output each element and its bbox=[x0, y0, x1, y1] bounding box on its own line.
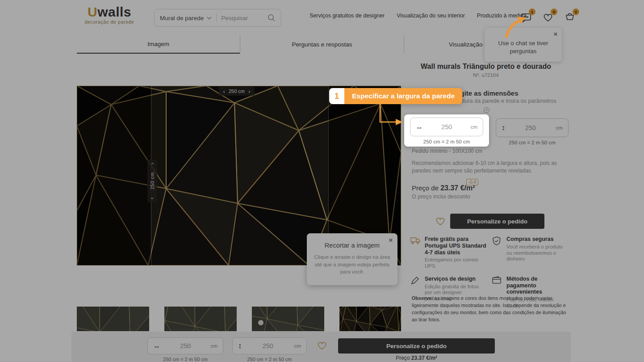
height-unit: cm bbox=[294, 343, 301, 349]
chat-badge: 1 bbox=[529, 8, 535, 15]
price-row: -0,4 Preço de 23.37 €/m² O preço inclui … bbox=[412, 184, 475, 200]
personalize-order-button-bottom[interactable]: Personalize o pedido bbox=[338, 338, 495, 354]
crop-popup-body: Clique e arraste o design na área até qu… bbox=[313, 253, 391, 276]
discount-badge: -0,4 bbox=[466, 179, 478, 185]
favorite-icon[interactable] bbox=[316, 340, 328, 350]
height-field-group: ↕ cm 250 cm = 2 m 50 cm bbox=[496, 118, 569, 145]
bottom-width-input[interactable] bbox=[160, 342, 211, 349]
tutorial-arrow bbox=[375, 104, 406, 127]
truck-icon bbox=[410, 236, 420, 269]
bottom-height-conversion: 250 cm = 2 m 50 cm bbox=[232, 357, 307, 362]
chevron-right-icon[interactable]: › bbox=[248, 88, 250, 95]
thumbnail-tint bbox=[77, 307, 149, 331]
thumbnail-interior-1[interactable] bbox=[77, 307, 149, 331]
tab-image[interactable]: Imagem bbox=[77, 35, 240, 54]
bottom-price-line: Preço 23.37 €/m² bbox=[338, 355, 495, 361]
bottom-width-field: ↔ cm bbox=[147, 337, 223, 354]
close-icon[interactable]: × bbox=[553, 30, 558, 38]
thumbnail-pattern[interactable] bbox=[339, 307, 401, 331]
feature-title: Frete grátis para Portugal UPS Standard … bbox=[425, 236, 492, 256]
search-bar: Mural de parede bbox=[154, 9, 281, 27]
price-prefix: Preço de bbox=[412, 184, 440, 192]
width-input[interactable] bbox=[423, 123, 471, 130]
cart-badge: 0 bbox=[573, 8, 579, 15]
feature-secure: Compras seguras Você receberá o produto … bbox=[492, 236, 568, 269]
width-unit: cm bbox=[471, 124, 477, 130]
cart-icon[interactable]: 0 bbox=[564, 12, 576, 23]
feature-title: Serviços de design bbox=[425, 276, 483, 282]
header: Uwalls decoração de parede Mural de pare… bbox=[0, 0, 644, 31]
chat-pointer-arrow bbox=[504, 16, 528, 38]
width-conversion: 250 cm = 2 m 50 cm bbox=[410, 139, 483, 144]
height-field: ↕ cm bbox=[496, 118, 569, 137]
search-divider bbox=[216, 13, 217, 22]
page: Uwalls decoração de parede Mural de pare… bbox=[0, 0, 644, 362]
tab-questions[interactable]: Perguntas e respostas bbox=[240, 35, 403, 54]
tutorial-step-label[interactable]: Especificar a largura da parede bbox=[344, 88, 462, 104]
product-sku: Nº. u72104 bbox=[404, 72, 568, 78]
logo-tagline: decoração de parede bbox=[83, 19, 136, 25]
width-field-highlight: ↔ cm 250 cm = 2 m 50 cm bbox=[404, 114, 489, 147]
feature-title: Compras seguras bbox=[506, 236, 565, 243]
price-line: Preço de 23.37 €/m² bbox=[412, 184, 475, 192]
height-arrow-icon: ↕ bbox=[502, 124, 505, 132]
search-icon[interactable] bbox=[268, 14, 276, 22]
logo[interactable]: Uwalls decoração de parede bbox=[83, 5, 136, 25]
bottom-height-group: ↕ cm 250 cm = 2 m 50 cm bbox=[232, 337, 307, 362]
bottom-price-value: 23.37 €/m² bbox=[411, 355, 437, 361]
observe-label: Observe: bbox=[412, 295, 433, 301]
feature-shipping: Frete grátis para Portugal UPS Standard … bbox=[410, 236, 492, 269]
height-arrow-icon: ↕ bbox=[238, 342, 242, 350]
width-arrow-icon: ↔ bbox=[416, 123, 423, 131]
thumbnail-tint bbox=[252, 307, 324, 331]
chevron-up-icon[interactable]: › bbox=[150, 163, 155, 164]
tutorial-step-callout: 1 Especificar a largura da parede bbox=[329, 88, 462, 104]
feature-body: Você receberá o produto ou reembolsaremo… bbox=[506, 244, 565, 262]
min-order-note: Pedido mínimo - 100X100 cm bbox=[412, 148, 482, 154]
personalize-order-button[interactable]: Personalize o pedido bbox=[450, 214, 544, 229]
bottom-price-prefix: Preço bbox=[396, 355, 411, 361]
tutorial-step-number: 1 bbox=[329, 88, 344, 104]
nav-designer-services[interactable]: Serviços gratuitos de designer bbox=[309, 13, 385, 19]
width-ruler-label: 250 cm bbox=[229, 88, 245, 94]
favorite-icon[interactable] bbox=[435, 215, 446, 226]
feature-body: Entregamos por correio UPS bbox=[425, 257, 483, 269]
logo-rest: walls bbox=[97, 4, 131, 19]
height-input[interactable] bbox=[505, 124, 556, 131]
chevron-down-icon[interactable]: › bbox=[150, 198, 155, 199]
bottom-height-field: ↕ cm bbox=[232, 337, 307, 354]
logo-wordmark: Uwalls bbox=[83, 5, 136, 19]
bottom-width-conversion: 250 cm = 2 m 50 cm bbox=[147, 357, 223, 362]
thumbnail-tint bbox=[164, 307, 237, 331]
shield-icon bbox=[492, 236, 502, 269]
search-category-select[interactable]: Mural de parede bbox=[160, 15, 212, 21]
logo-u: U bbox=[88, 4, 97, 19]
nav-interior-preview[interactable]: Visualização do seu interior bbox=[397, 13, 465, 19]
thumbnail-interior-3[interactable] bbox=[252, 307, 324, 331]
header-nav: Serviços gratuitos de designer Visualiza… bbox=[309, 0, 527, 31]
height-conversion: 250 cm = 2 m 50 cm bbox=[496, 140, 569, 145]
wishlist-icon[interactable]: 0 bbox=[542, 12, 554, 23]
height-unit: cm bbox=[556, 125, 563, 130]
chevron-left-icon[interactable]: ‹ bbox=[223, 88, 225, 95]
width-arrow-icon: ↔ bbox=[153, 342, 160, 350]
search-category-label: Mural de parede bbox=[160, 15, 204, 21]
width-unit: cm bbox=[211, 343, 217, 349]
search-input[interactable] bbox=[221, 15, 268, 21]
thumbnail-strip bbox=[77, 307, 401, 331]
bottom-height-input[interactable] bbox=[242, 342, 294, 349]
width-ruler: ‹ 250 cm › bbox=[219, 87, 255, 96]
product-title: Wall murals Triângulo preto e dourado bbox=[404, 63, 568, 71]
recommendation-note: Recomendamos adicionar 6-10 cm à largura… bbox=[412, 160, 565, 175]
chevron-down-icon bbox=[207, 17, 212, 20]
bottom-width-group: ↔ cm 250 cm = 2 m 50 cm bbox=[147, 337, 223, 362]
help-icon[interactable]: ? bbox=[484, 107, 489, 113]
width-field: ↔ cm bbox=[410, 118, 483, 136]
header-icons: 1 0 0 bbox=[520, 12, 576, 23]
height-ruler: › 250 cm › bbox=[147, 160, 157, 202]
price-note: O preço inclui desconto bbox=[412, 194, 475, 200]
thumbnail-interior-2[interactable] bbox=[164, 307, 237, 331]
close-icon[interactable]: × bbox=[389, 236, 393, 244]
bottom-bar: ↔ cm 250 cm = 2 m 50 cm ↕ cm 250 cm = 2 … bbox=[71, 332, 571, 362]
wishlist-badge: 0 bbox=[551, 8, 557, 15]
